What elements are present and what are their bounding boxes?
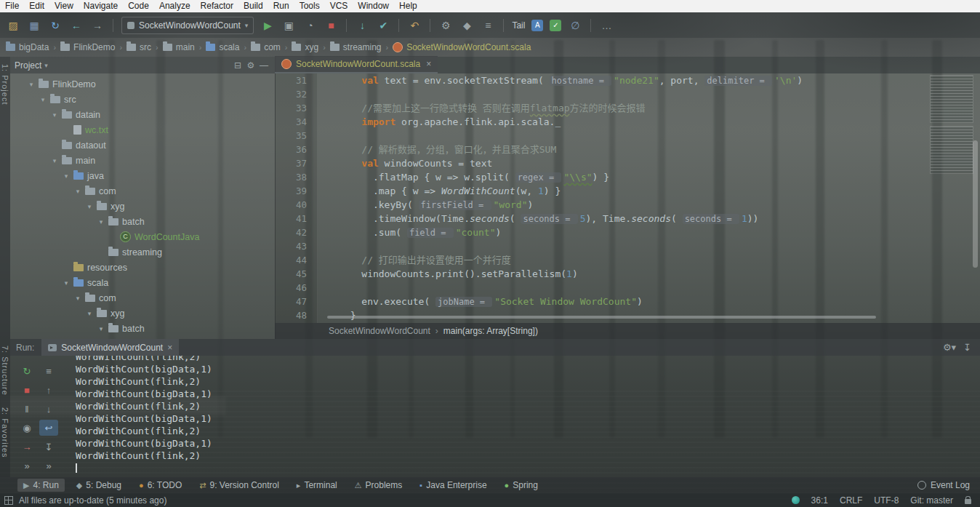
show-console-icon[interactable]: ◉ bbox=[16, 418, 38, 437]
tree-item-wc-txt[interactable]: wc.txt bbox=[10, 122, 275, 137]
settings-icon[interactable]: ⚙ bbox=[244, 60, 257, 71]
tree-item-streaming[interactable]: streaming bbox=[10, 244, 275, 260]
menu-run[interactable]: Run bbox=[268, 0, 294, 12]
editor-area[interactable]: SocketWindowWordCount.scala × 31 val tex… bbox=[275, 57, 980, 339]
tree-item-main[interactable]: ▾main bbox=[10, 153, 275, 168]
tree-toggle-icon[interactable]: ▾ bbox=[51, 157, 58, 164]
build-icon[interactable]: ◆ bbox=[459, 18, 474, 33]
more-chevrons-icon[interactable]: » bbox=[16, 456, 38, 475]
breadcrumb-item[interactable]: com bbox=[251, 42, 281, 52]
menu-build[interactable]: Build bbox=[238, 0, 268, 12]
commit-icon[interactable]: ✔ bbox=[376, 18, 390, 33]
breadcrumb-method[interactable]: main(args: Array[String]) bbox=[443, 326, 538, 336]
tree-toggle-icon[interactable]: ▾ bbox=[97, 325, 105, 332]
toolwindow-javaee-button[interactable]: ▪Java Enterprise bbox=[414, 479, 492, 492]
stop-icon[interactable]: ■ bbox=[324, 18, 338, 33]
toolwindow-problems-button[interactable]: ⚠Problems bbox=[349, 479, 409, 492]
editor-tab[interactable]: SocketWindowWordCount.scala × bbox=[275, 56, 438, 73]
code-editor[interactable]: 31 val text = env.socketTextStream( host… bbox=[275, 73, 980, 323]
menu-view[interactable]: View bbox=[49, 0, 79, 12]
approve-icon[interactable]: ✓ bbox=[550, 20, 561, 31]
tree-toggle-icon[interactable]: ▾ bbox=[63, 172, 70, 180]
menu-analyze[interactable]: Analyze bbox=[154, 0, 196, 12]
back-icon[interactable]: ← bbox=[69, 18, 84, 33]
tree-toggle-icon[interactable]: ▾ bbox=[86, 310, 93, 317]
tree-item-batch[interactable]: ▾batch bbox=[10, 321, 275, 336]
run-tab[interactable]: SocketWindowWordCount × bbox=[41, 339, 179, 356]
toolwindow-debug-button[interactable]: ◆5: Debug bbox=[71, 479, 127, 492]
menu-window[interactable]: Window bbox=[353, 0, 394, 12]
more-icon[interactable]: … bbox=[599, 18, 614, 33]
menu-tools[interactable]: Tools bbox=[294, 0, 325, 12]
encoding-widget[interactable]: UTF-8 bbox=[874, 495, 899, 506]
tree-item-dataout[interactable]: dataout bbox=[10, 137, 275, 153]
tree-toggle-icon[interactable]: ▾ bbox=[86, 203, 93, 210]
breadcrumb-item[interactable]: FlinkDemo bbox=[60, 42, 115, 52]
collapse-all-icon[interactable]: ⊟ bbox=[231, 60, 244, 71]
more-tools-icon[interactable]: ≡ bbox=[481, 18, 495, 33]
menu-refactor[interactable]: Refactor bbox=[196, 0, 238, 12]
filter-icon[interactable]: ≡ bbox=[38, 362, 60, 380]
tree-item-flinkdemo[interactable]: ▾FlinkDemo bbox=[10, 76, 275, 92]
menu-navigate[interactable]: Navigate bbox=[79, 0, 123, 12]
run-configuration-select[interactable]: SocketWindowWordCount▾ bbox=[121, 17, 254, 34]
toolwindow-favorites-button[interactable]: 2: Favorites bbox=[1, 407, 9, 458]
menu-vcs[interactable]: VCS bbox=[325, 0, 353, 12]
toolwindow-terminal-button[interactable]: ▸Terminal bbox=[291, 479, 343, 492]
tree-item-resources[interactable]: resources bbox=[10, 260, 275, 275]
tree-item-src[interactable]: ▾src bbox=[10, 92, 275, 107]
pause-icon[interactable]: ‖ bbox=[16, 399, 38, 418]
tree-toggle-icon[interactable]: ▾ bbox=[63, 279, 70, 287]
profiler-icon[interactable]: ◔ bbox=[302, 18, 317, 33]
tree-item-xyg[interactable]: ▾xyg bbox=[10, 306, 275, 321]
event-log-button[interactable]: Event Log bbox=[917, 480, 970, 490]
git-branch-widget[interactable]: Git: master bbox=[910, 495, 953, 506]
toolwindow-todo-button[interactable]: ●6: TODO bbox=[133, 479, 188, 492]
breadcrumb-item[interactable]: bigData bbox=[6, 42, 49, 52]
tree-item-batch[interactable]: ▾batch bbox=[10, 214, 275, 229]
scroll-to-end-icon[interactable]: ↧ bbox=[38, 437, 60, 456]
breadcrumb-item[interactable]: SocketWindowWordCount.scala bbox=[393, 42, 531, 52]
breadcrumb-item[interactable]: src bbox=[126, 42, 151, 52]
save-icon[interactable]: ▦ bbox=[27, 18, 41, 33]
soft-wrap-icon[interactable]: ↩ bbox=[39, 420, 58, 436]
run-icon[interactable]: ▶ bbox=[260, 18, 275, 33]
menu-help[interactable]: Help bbox=[394, 0, 422, 12]
block-icon[interactable]: ∅ bbox=[568, 18, 582, 33]
stop-icon[interactable]: ■ bbox=[16, 380, 38, 399]
more-chevrons-icon[interactable]: » bbox=[38, 456, 60, 475]
coverage-icon[interactable]: ▣ bbox=[281, 18, 296, 33]
tree-toggle-icon[interactable]: ▾ bbox=[51, 111, 58, 119]
settings-icon[interactable]: ⚙ bbox=[438, 18, 453, 33]
breadcrumb-item[interactable]: scala bbox=[206, 42, 239, 52]
toolwindow-structure-button[interactable]: 7: Structure bbox=[1, 346, 9, 396]
tree-item-xyg[interactable]: ▾xyg bbox=[10, 199, 275, 214]
down-stack-icon[interactable]: ↓ bbox=[38, 399, 60, 418]
tree-toggle-icon[interactable]: ▾ bbox=[74, 295, 81, 302]
chevron-down-icon[interactable]: ▾ bbox=[44, 62, 48, 69]
tree-toggle-icon[interactable]: ▾ bbox=[39, 96, 47, 103]
tree-item-datain[interactable]: ▾datain bbox=[10, 107, 275, 122]
project-panel-title[interactable]: Project bbox=[15, 60, 41, 71]
tree-item-java[interactable]: ▾java bbox=[10, 168, 275, 183]
breadcrumb-item[interactable]: main bbox=[163, 42, 195, 52]
tree-item-scala[interactable]: ▾scala bbox=[10, 275, 275, 290]
hide-panel-icon[interactable]: ― bbox=[257, 60, 270, 71]
forward-icon[interactable]: → bbox=[90, 18, 105, 33]
translate-icon[interactable]: A bbox=[531, 20, 543, 31]
caret-position-widget[interactable]: 36:1 bbox=[811, 495, 828, 506]
rerun-icon[interactable]: ↻ bbox=[16, 362, 38, 380]
readonly-lock-icon[interactable] bbox=[965, 499, 971, 504]
tree-toggle-icon[interactable]: ▾ bbox=[74, 188, 81, 195]
attach-icon[interactable]: → bbox=[16, 437, 38, 456]
close-tab-icon[interactable]: × bbox=[426, 59, 431, 69]
run-settings-gear-icon[interactable]: ⚙▾ bbox=[943, 342, 956, 353]
menu-edit[interactable]: Edit bbox=[24, 0, 49, 12]
up-stack-icon[interactable]: ↑ bbox=[38, 380, 60, 399]
tail-plugin-label[interactable]: Tail bbox=[512, 20, 525, 31]
breadcrumb-class[interactable]: SocketWindowWordCount bbox=[329, 326, 430, 336]
tree-item-com[interactable]: ▾com bbox=[10, 290, 275, 306]
menu-file[interactable]: File bbox=[0, 0, 24, 12]
line-ending-widget[interactable]: CRLF bbox=[840, 495, 862, 506]
tree-toggle-icon[interactable]: ▾ bbox=[28, 81, 35, 88]
